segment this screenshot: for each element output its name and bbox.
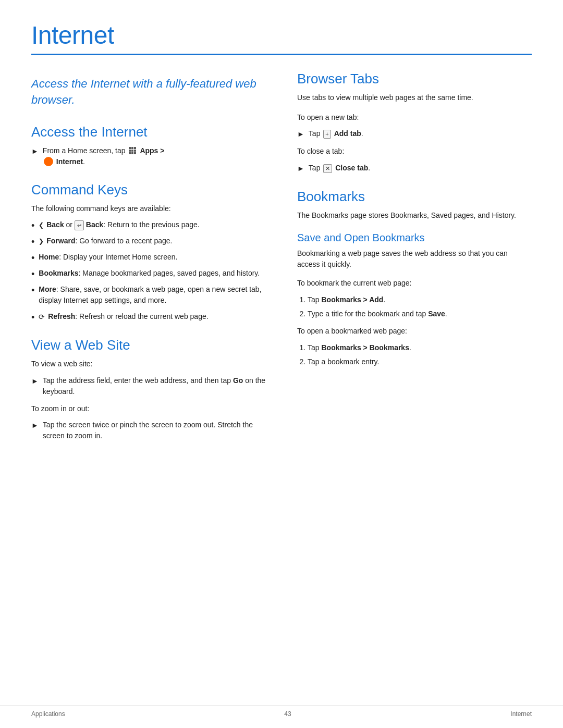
svg-rect-4 <box>131 150 133 152</box>
bullet-back-text: ❮ Back or ↩ Back: Return to the previous… <box>39 219 266 230</box>
close-tab-step-text: Tap ✕ Close tab. <box>309 163 370 174</box>
open-tab-step: ► Tap + Add tab. <box>297 128 532 140</box>
apps-icon <box>128 146 137 155</box>
access-internet-title: Access the Internet <box>31 124 266 140</box>
bullet-dot-2: • <box>31 237 34 246</box>
bookmarks-desc: The Bookmarks page stores Bookmarks, Sav… <box>297 210 532 221</box>
svg-rect-0 <box>129 147 131 149</box>
access-step-text: From a Home screen, tap <box>43 145 165 167</box>
page-footer: Applications 43 Internet <box>0 706 563 718</box>
intro-section: Access the Internet with a fully-feature… <box>31 76 266 108</box>
right-column: Browser Tabs Use tabs to view multiple w… <box>297 71 532 456</box>
bullet-dot-4: • <box>31 269 34 279</box>
svg-rect-6 <box>129 152 131 154</box>
arrow-icon-3: ► <box>31 420 39 431</box>
bullet-more-text: More: Share, save, or bookmark a web pag… <box>39 284 266 306</box>
browser-tabs-section: Browser Tabs Use tabs to view multiple w… <box>297 71 532 174</box>
save-open-bookmarks-title: Save and Open Bookmarks <box>297 232 532 244</box>
svg-rect-8 <box>134 152 136 154</box>
bullet-forward: • ❯ Forward: Go forward to a recent page… <box>31 236 266 246</box>
arrow-icon: ► <box>31 146 39 157</box>
close-tab-icon: ✕ <box>323 164 332 173</box>
intro-text: Access the Internet with a fully-feature… <box>31 76 266 108</box>
view-step-item: ► Tap the address field, enter the web a… <box>31 375 266 397</box>
open-bookmark-step-1: Tap Bookmarks > Bookmarks. <box>308 342 532 353</box>
forward-chevron-icon: ❯ <box>39 238 44 245</box>
bookmarks-title: Bookmarks <box>297 189 532 205</box>
svg-rect-2 <box>134 147 136 149</box>
bookmark-step-2: Type a title for the bookmark and tap Sa… <box>308 309 532 319</box>
two-column-layout: Access the Internet with a fully-feature… <box>31 71 532 456</box>
zoom-step-item: ► Tap the screen twice or pinch the scre… <box>31 419 266 441</box>
bullet-dot-5: • <box>31 286 34 295</box>
bullet-dot-3: • <box>31 253 34 263</box>
internet-label: Internet <box>56 157 83 166</box>
bookmark-intro: To bookmark the current web page: <box>297 278 532 289</box>
bullet-home-text: Home: Display your Internet Home screen. <box>39 252 266 263</box>
view-web-site-section: View a Web Site To view a web site: ► Ta… <box>31 337 266 441</box>
bookmark-step-1: Tap Bookmarks > Add. <box>308 294 532 305</box>
footer-right: Internet <box>510 710 532 718</box>
view-step-text: Tap the address field, enter the web add… <box>43 375 266 397</box>
title-rule <box>31 54 532 55</box>
browser-tabs-desc: Use tabs to view multiple web pages at t… <box>297 92 532 104</box>
open-tab-intro: To open a new tab: <box>297 112 532 124</box>
bullet-dot-6: • <box>31 313 34 322</box>
view-intro-text: To view a web site: <box>31 359 266 370</box>
apps-label: Apps > <box>140 146 164 155</box>
view-web-site-title: View a Web Site <box>31 337 266 353</box>
command-keys-title: Command Keys <box>31 182 266 198</box>
back-arrow-icon: ↩ <box>75 220 84 230</box>
zoom-step-text: Tap the screen twice or pinch the screen… <box>43 419 266 441</box>
arrow-icon-2: ► <box>31 376 39 387</box>
bookmark-steps-list: Tap Bookmarks > Add. Type a title for th… <box>308 294 532 319</box>
bullet-dot: • <box>31 221 34 230</box>
bullet-forward-text: ❯ Forward: Go forward to a recent page. <box>39 236 266 246</box>
footer-left: Applications <box>31 710 65 718</box>
svg-rect-5 <box>134 150 136 152</box>
arrow-icon-5: ► <box>297 163 304 174</box>
page-title: Internet <box>31 21 532 50</box>
add-tab-icon: + <box>323 130 331 139</box>
refresh-icon: ⟳ <box>39 312 45 323</box>
bookmarks-section: Bookmarks The Bookmarks page stores Book… <box>297 189 532 367</box>
page-container: Internet Access the Internet with a full… <box>0 0 563 487</box>
open-tab-step-text: Tap + Add tab. <box>309 128 363 139</box>
close-tab-step: ► Tap ✕ Close tab. <box>297 163 532 174</box>
command-keys-section: Command Keys The following command keys … <box>31 182 266 323</box>
access-step-item: ► From a Home screen, tap <box>31 145 266 167</box>
bullet-back: • ❮ Back or ↩ Back: Return to the previo… <box>31 219 266 230</box>
bullet-more: • More: Share, save, or bookmark a web p… <box>31 284 266 306</box>
open-bookmark-intro: To open a bookmarked web page: <box>297 326 532 337</box>
svg-rect-7 <box>131 152 133 154</box>
svg-rect-1 <box>131 147 133 149</box>
bullet-home: • Home: Display your Internet Home scree… <box>31 252 266 263</box>
footer-center: 43 <box>284 710 291 718</box>
open-bookmark-steps-list: Tap Bookmarks > Bookmarks. Tap a bookmar… <box>308 342 532 367</box>
browser-tabs-title: Browser Tabs <box>297 71 532 87</box>
arrow-icon-4: ► <box>297 129 304 140</box>
command-intro-text: The following command keys are available… <box>31 203 266 215</box>
bullet-refresh: • ⟳ Refresh: Refresh or reload the curre… <box>31 311 266 323</box>
back-chevron-icon: ❮ <box>39 221 44 229</box>
bullet-refresh-text: ⟳ Refresh: Refresh or reload the current… <box>39 311 266 323</box>
close-tab-intro: To close a tab: <box>297 146 532 157</box>
access-internet-section: Access the Internet ► From a Home screen… <box>31 124 266 167</box>
left-column: Access the Internet with a fully-feature… <box>31 71 266 456</box>
internet-icon <box>44 157 53 166</box>
open-bookmark-step-2: Tap a bookmark entry. <box>308 356 532 367</box>
zoom-intro-text: To zoom in or out: <box>31 403 266 415</box>
svg-rect-3 <box>129 150 131 152</box>
save-open-desc: Bookmarking a web page saves the web add… <box>297 248 532 270</box>
bullet-bookmarks: • Bookmarks: Manage bookmarked pages, sa… <box>31 268 266 279</box>
bullet-bookmarks-text: Bookmarks: Manage bookmarked pages, save… <box>39 268 266 279</box>
